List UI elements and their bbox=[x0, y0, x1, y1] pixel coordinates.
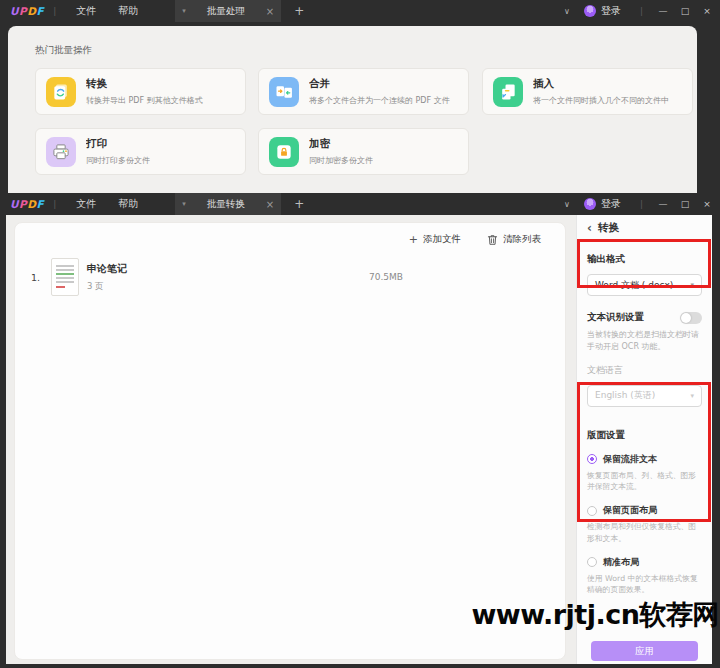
avatar[interactable] bbox=[584, 5, 596, 17]
titlebar-right: ∨ 登录 | — □ × bbox=[564, 4, 720, 18]
workspace: + 添加文件 清除列表 1. 申论笔记 3 页 70.5MB bbox=[6, 215, 712, 664]
merge-icon bbox=[269, 77, 299, 107]
updf-logo: UPDF bbox=[10, 198, 44, 210]
back-chevron-icon[interactable]: ‹ bbox=[587, 221, 592, 235]
layout-option-flowing-text[interactable]: 保留流排文本 恢复页面布局、列、格式、图形并保留文本流。 bbox=[587, 453, 702, 493]
batch-operations-panel: 热门批量操作 转换 转换并导出 PDF 到其他文件格式 合并 将多个文件合并为一… bbox=[8, 26, 697, 193]
card-encrypt[interactable]: 加密 同时加密多份文件 bbox=[258, 128, 469, 175]
chevron-down-icon[interactable]: ∨ bbox=[564, 200, 570, 209]
new-tab-button[interactable]: + bbox=[294, 4, 304, 18]
encrypt-lock-icon bbox=[269, 137, 299, 167]
tab-close-icon[interactable]: × bbox=[266, 6, 274, 17]
titlebar: UPDF | 文件 帮助 ▾ 批量转换 × + ∨ 登录 | — □ × bbox=[0, 193, 720, 215]
logo-letter: P bbox=[19, 5, 27, 17]
card-desc: 将多个文件合并为一个连续的 PDF 文件 bbox=[309, 95, 450, 106]
card-text: 转换 转换并导出 PDF 到其他文件格式 bbox=[86, 77, 203, 106]
file-name: 申论笔记 bbox=[87, 262, 127, 276]
radio-icon[interactable] bbox=[587, 506, 597, 516]
menu-file[interactable]: 文件 bbox=[76, 4, 96, 18]
file-meta: 申论笔记 3 页 bbox=[87, 262, 127, 293]
close-button[interactable]: × bbox=[696, 6, 718, 16]
avatar[interactable] bbox=[584, 198, 596, 210]
titlebar-right: ∨ 登录 | — □ × bbox=[564, 197, 720, 211]
file-size: 70.5MB bbox=[369, 272, 403, 282]
tab-label: 批量转换 bbox=[186, 198, 266, 211]
logo-letter: U bbox=[10, 5, 19, 17]
card-merge[interactable]: 合并 将多个文件合并为一个连续的 PDF 文件 bbox=[258, 68, 469, 115]
divider: | bbox=[53, 6, 56, 16]
logo-letter: P bbox=[19, 198, 27, 210]
logo-letter: F bbox=[36, 5, 44, 17]
card-title: 合并 bbox=[309, 77, 450, 91]
sidebar-title: 转换 bbox=[598, 221, 619, 235]
card-insert[interactable]: 插入 将一个文件同时插入几个不同的文件中 bbox=[482, 68, 693, 115]
tab-close-icon[interactable]: × bbox=[266, 199, 274, 210]
file-row[interactable]: 1. 申论笔记 3 页 70.5MB bbox=[25, 253, 555, 301]
file-index: 1. bbox=[31, 272, 51, 283]
card-print[interactable]: 打印 同时打印多份文件 bbox=[35, 128, 246, 175]
menu-help[interactable]: 帮助 bbox=[118, 4, 138, 18]
card-convert[interactable]: 转换 转换并导出 PDF 到其他文件格式 bbox=[35, 68, 246, 115]
convert-icon bbox=[46, 77, 76, 107]
plus-icon: + bbox=[409, 233, 418, 246]
menu-help[interactable]: 帮助 bbox=[118, 197, 138, 211]
window-batch-convert: UPDF | 文件 帮助 ▾ 批量转换 × + ∨ 登录 | — □ × bbox=[0, 193, 720, 668]
card-text: 插入 将一个文件同时插入几个不同的文件中 bbox=[533, 77, 669, 106]
convert-settings-sidebar: ‹ 转换 输出格式 Word 文档 (.docx) ▾ 文本识别设置 当被转换的… bbox=[576, 215, 712, 664]
layout-option-page-layout[interactable]: 保留页面布局 检测布局和列但仅恢复格式、图形和文本。 bbox=[587, 504, 702, 544]
file-pages: 3 页 bbox=[87, 281, 127, 293]
divider: | bbox=[53, 199, 56, 209]
option-label: 精准布局 bbox=[603, 556, 639, 569]
file-list-panel: + 添加文件 清除列表 1. 申论笔记 3 页 70.5MB bbox=[14, 222, 566, 660]
ocr-toggle[interactable] bbox=[680, 312, 702, 324]
menu-file[interactable]: 文件 bbox=[76, 197, 96, 211]
radio-icon[interactable] bbox=[587, 454, 597, 464]
add-files-button[interactable]: + 添加文件 bbox=[409, 233, 461, 246]
login-button[interactable]: 登录 bbox=[601, 197, 621, 211]
minimize-button[interactable]: — bbox=[652, 199, 674, 209]
doc-language-select[interactable]: English (英语) ▾ bbox=[587, 385, 702, 407]
logo-letter: F bbox=[36, 198, 44, 210]
option-label: 保留流排文本 bbox=[603, 453, 657, 466]
chevron-down-icon: ▾ bbox=[690, 281, 694, 289]
tab-label: 批量处理 bbox=[186, 5, 266, 18]
add-files-label: 添加文件 bbox=[423, 233, 461, 246]
output-format-select[interactable]: Word 文档 (.docx) ▾ bbox=[587, 274, 702, 296]
sidebar-header: ‹ 转换 bbox=[587, 215, 702, 241]
card-title: 加密 bbox=[309, 137, 373, 151]
tab-batch-process[interactable]: ▾ 批量处理 × bbox=[175, 0, 281, 22]
chevron-down-icon[interactable]: ∨ bbox=[564, 7, 570, 16]
radio-icon[interactable] bbox=[587, 557, 597, 567]
doc-language-value: English (英语) bbox=[595, 389, 655, 402]
card-desc: 同时打印多份文件 bbox=[86, 155, 150, 166]
divider: | bbox=[640, 6, 643, 16]
card-title: 插入 bbox=[533, 77, 669, 91]
doc-language-label: 文档语言 bbox=[587, 364, 702, 377]
option-desc: 恢复页面布局、列、格式、图形并保留文本流。 bbox=[587, 470, 702, 493]
card-text: 加密 同时加密多份文件 bbox=[309, 137, 373, 166]
card-text: 合并 将多个文件合并为一个连续的 PDF 文件 bbox=[309, 77, 450, 106]
login-button[interactable]: 登录 bbox=[601, 4, 621, 18]
layout-settings-label: 版面设置 bbox=[587, 429, 702, 442]
maximize-button[interactable]: □ bbox=[674, 199, 696, 209]
ocr-settings-label: 文本识别设置 bbox=[587, 311, 644, 324]
option-desc: 使用 Word 中的文本框格式恢复精确的页面效果。 bbox=[587, 573, 702, 596]
clear-list-button[interactable]: 清除列表 bbox=[487, 233, 541, 246]
minimize-button[interactable]: — bbox=[652, 6, 674, 16]
tab-batch-convert[interactable]: ▾ 批量转换 × bbox=[175, 193, 281, 215]
close-button[interactable]: × bbox=[696, 199, 718, 209]
card-desc: 转换并导出 PDF 到其他文件格式 bbox=[86, 95, 203, 106]
print-icon bbox=[46, 137, 76, 167]
apply-button[interactable]: 应用 bbox=[591, 641, 698, 661]
new-tab-button[interactable]: + bbox=[294, 197, 304, 211]
updf-logo: UPDF bbox=[10, 5, 44, 17]
card-title: 转换 bbox=[86, 77, 203, 91]
ocr-desc: 当被转换的文档是扫描文档时请手动开启 OCR 功能。 bbox=[587, 329, 702, 354]
output-format-label: 输出格式 bbox=[587, 253, 702, 266]
layout-option-exact-layout[interactable]: 精准布局 使用 Word 中的文本框格式恢复精确的页面效果。 bbox=[587, 556, 702, 596]
maximize-button[interactable]: □ bbox=[674, 6, 696, 16]
card-desc: 同时加密多份文件 bbox=[309, 155, 373, 166]
option-desc: 检测布局和列但仅恢复格式、图形和文本。 bbox=[587, 521, 702, 544]
chevron-down-icon: ▾ bbox=[690, 392, 694, 400]
titlebar: UPDF | 文件 帮助 ▾ 批量处理 × + ∨ 登录 | — □ × bbox=[0, 0, 720, 22]
